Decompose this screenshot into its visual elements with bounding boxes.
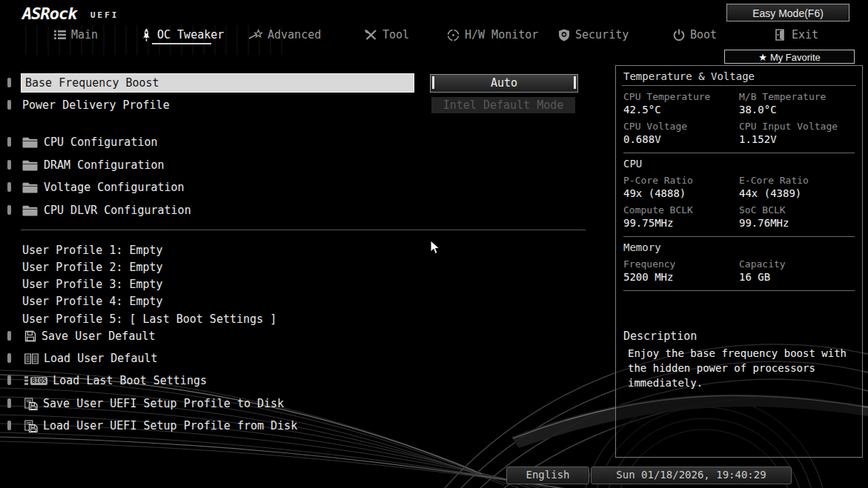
memory-grid: Frequency 5200 MHz Capacity 16 GB [622, 258, 856, 287]
user-profile-4[interactable]: User Profile 4: Empty [22, 293, 163, 310]
row-marker [7, 205, 11, 215]
my-favorite-label: My Favorite [770, 52, 821, 63]
user-profile-5[interactable]: User Profile 5: [ Last Boot Settings ] [22, 311, 276, 327]
section-divider [21, 230, 586, 230]
row-marker [7, 421, 11, 430]
panel-title: Temperature & Voltage [622, 69, 856, 86]
setting-base-frequency-boost[interactable]: Base Frequency Boost [21, 73, 414, 93]
my-favorite-button[interactable]: ★My Favorite [724, 50, 855, 64]
menu-voltage-configuration[interactable]: Voltage Configuration [22, 179, 185, 195]
sensor-compute-bclk: Compute BCLK 99.75MHz [623, 204, 739, 230]
row-marker [7, 78, 11, 87]
cpu-grid: P-Core Ratio 49x (4888) E-Core Ratio 44x… [622, 174, 856, 233]
tab-label: Exit [792, 28, 818, 41]
row-marker [7, 375, 11, 385]
tab-label: Tool [382, 28, 409, 41]
tab-tool[interactable]: Tool [365, 27, 409, 43]
tab-boot[interactable]: Boot [673, 27, 717, 43]
disk-load-icon [24, 420, 38, 432]
sensor-soc-bclk: SoC BCLK 99.76MHz [739, 204, 855, 230]
menu-cpu-configuration[interactable]: CPU Configuration [22, 134, 158, 150]
sensor-memory-capacity: Capacity 16 GB [739, 258, 855, 284]
menu-label: CPU DLVR Configuration [44, 204, 191, 217]
sensor-pcore-ratio: P-Core Ratio 49x (4888) [623, 174, 739, 200]
tab-hw-monitor[interactable]: H/W Monitor [447, 27, 538, 43]
tab-exit[interactable]: Exit [775, 27, 818, 43]
power-delivery-profile-value-disabled: Intel Default Mode [431, 97, 575, 113]
action-save-user-default[interactable]: Save User Default [24, 328, 156, 344]
tools-icon [365, 29, 377, 41]
action-label: Load Last Boot Settings [53, 374, 207, 387]
setting-label: Power Delivery Profile [22, 98, 170, 112]
action-label: Save User Default [42, 330, 156, 343]
datetime-display[interactable]: Sun 01/18/2026, 19:40:29 [591, 467, 792, 484]
tab-label: Boot [690, 28, 717, 41]
user-profile-2[interactable]: User Profile 2: Empty [22, 259, 163, 275]
active-tab-underline [152, 43, 211, 44]
star-icon: ★ [758, 52, 767, 63]
panel-divider [623, 236, 855, 237]
uefi-logo-text: UEFI [90, 10, 119, 20]
easy-mode-button[interactable]: Easy Mode(F6) [726, 4, 849, 21]
tab-advanced[interactable]: Advanced [249, 27, 321, 43]
action-label: Load User UEFI Setup Profile from Disk [43, 419, 297, 432]
menu-label: DRAM Configuration [44, 158, 165, 172]
cpu-section-title: CPU [623, 158, 855, 170]
panel-divider [623, 153, 855, 153]
action-load-last-boot-settings[interactable]: BIOS Load Last Boot Settings [24, 372, 207, 389]
tab-oc-tweaker[interactable]: OC Tweaker [141, 27, 224, 43]
folder-icon [22, 137, 38, 148]
row-marker [7, 331, 11, 341]
bios-chip-icon: BIOS [24, 376, 47, 385]
exit-door-icon [775, 29, 786, 41]
user-profile-1[interactable]: User Profile 1: Empty [22, 242, 163, 258]
folder-icon [22, 160, 38, 171]
sensor-cpu-input-voltage: CPU Input Voltage 1.152V [739, 120, 855, 146]
memory-section-title: Memory [623, 241, 855, 253]
base-frequency-boost-select[interactable]: Auto [430, 74, 578, 93]
action-load-uefi-profile-from-disk[interactable]: Load User UEFI Setup Profile from Disk [24, 418, 297, 434]
action-load-user-default[interactable]: Load User Default [24, 350, 158, 367]
panel-divider [623, 290, 855, 291]
tab-main[interactable]: Main [54, 27, 98, 43]
row-marker [7, 100, 11, 110]
folder-icon [22, 182, 38, 193]
action-label: Load User Default [44, 352, 158, 365]
list-icon [54, 30, 66, 40]
tab-label: Main [71, 28, 98, 41]
description-text: Enjoy the base frequency boost with the … [628, 346, 850, 390]
menu-label: Voltage Configuration [44, 181, 185, 194]
book-icon [24, 353, 39, 364]
uefi-screen: ASRock UEFI Easy Mode(F6) Main OC Tweake… [0, 0, 868, 488]
row-marker [7, 137, 11, 147]
hardware-monitor-panel: Temperature & Voltage CPU Temperature 42… [615, 65, 863, 458]
language-selector[interactable]: English [506, 467, 589, 484]
menu-dram-configuration[interactable]: DRAM Configuration [22, 157, 165, 173]
tab-label: Advanced [268, 28, 321, 41]
description-title: Description [623, 330, 856, 343]
setting-power-delivery-profile[interactable]: Power Delivery Profile [22, 97, 170, 113]
wand-star-icon [249, 29, 262, 41]
menu-label: CPU Configuration [44, 136, 158, 149]
sensor-cpu-temperature: CPU Temperature 42.5°C [623, 90, 739, 116]
temp-voltage-grid: CPU Temperature 42.5°C M/B Temperature 3… [622, 90, 856, 150]
sensor-ecore-ratio: E-Core Ratio 44x (4389) [739, 174, 855, 200]
menu-cpu-dlvr-configuration[interactable]: CPU DLVR Configuration [22, 202, 191, 218]
disk-save-icon [24, 398, 38, 410]
tab-label: OC Tweaker [157, 28, 224, 41]
rocket-icon [141, 28, 152, 41]
sensor-cpu-voltage: CPU Voltage 0.688V [623, 120, 739, 146]
user-profile-3[interactable]: User Profile 3: Empty [22, 276, 163, 293]
action-label: Save User UEFI Setup Profile to Disk [43, 397, 284, 410]
power-icon [673, 29, 685, 41]
mouse-cursor [430, 240, 440, 255]
gauge-icon [447, 29, 460, 41]
folder-icon [22, 205, 38, 216]
tab-label: Security [575, 28, 629, 41]
tab-security[interactable]: Security [558, 27, 629, 43]
row-marker [7, 160, 11, 170]
row-marker [7, 182, 11, 192]
row-marker [7, 353, 11, 363]
action-save-uefi-profile-to-disk[interactable]: Save User UEFI Setup Profile to Disk [24, 395, 284, 412]
sensor-memory-frequency: Frequency 5200 MHz [623, 258, 739, 284]
